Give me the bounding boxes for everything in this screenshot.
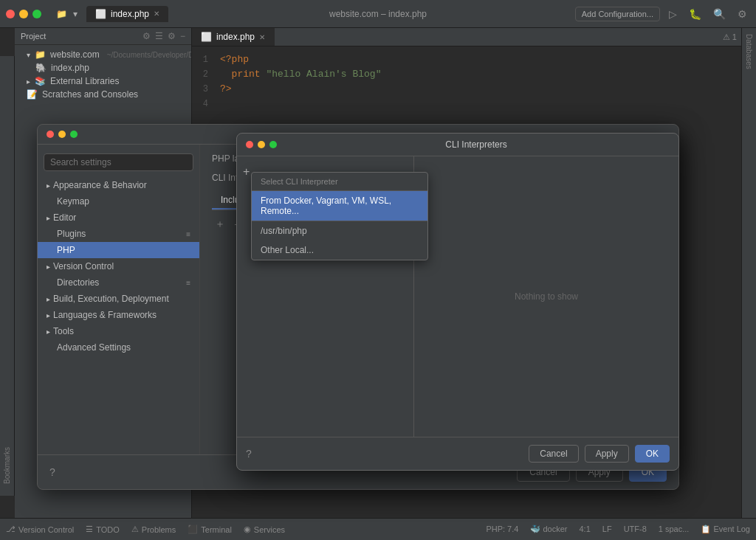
help-icon[interactable]: ? — [49, 466, 55, 478]
vc-label: Version Control — [18, 525, 74, 534]
tree-item-scratches[interactable]: 📝 Scratches and Consoles — [15, 88, 191, 101]
add-config-button[interactable]: Add Configuration... — [575, 7, 660, 21]
scratches-label: Scratches and Consoles — [42, 89, 138, 100]
cli-apply-button[interactable]: Apply — [585, 445, 629, 463]
scratches-icon: 📝 — [27, 89, 38, 100]
cli-add-button[interactable]: + — [243, 165, 250, 179]
encoding-status[interactable]: UTF-8 — [624, 525, 647, 534]
event-log-icon: 📋 — [701, 525, 711, 533]
chevron-right-icon6: ▸ — [47, 328, 50, 336]
nav-build-label: Build, Execution, Deployment — [53, 294, 169, 304]
chevron-down-icon: ▾ — [73, 9, 78, 19]
chevron-right-icon: ▸ — [27, 77, 30, 86]
maximize-button[interactable] — [32, 10, 41, 18]
file-tab-label: index.php — [111, 9, 149, 19]
editor-tab-index[interactable]: ⬜ index.php ✕ — [192, 28, 275, 46]
nav-lang-label: Languages & Frameworks — [53, 310, 157, 320]
problems-status[interactable]: ⚠ Problems — [131, 525, 176, 534]
folder-icon: 📁 — [35, 49, 46, 60]
line-ending-status[interactable]: LF — [602, 525, 612, 534]
settings-nav-plugins[interactable]: Plugins ≡ — [38, 226, 199, 242]
sync-icon[interactable]: ⚙ — [142, 31, 151, 41]
php-icon: 🐘 — [35, 63, 47, 73]
cli-min-button[interactable] — [258, 141, 265, 148]
gear-icon[interactable]: ⚙ — [168, 31, 176, 41]
settings-nav-directories[interactable]: Directories ≡ — [38, 274, 199, 291]
settings-max-button[interactable] — [70, 131, 78, 138]
problems-label: Problems — [142, 525, 176, 534]
docker-status[interactable]: 🐳 docker — [530, 525, 567, 534]
window-controls — [6, 10, 41, 18]
event-log-status[interactable]: 📋 Event Log — [701, 525, 750, 534]
warning-icon: ⚠ 1 — [723, 32, 737, 42]
editor-tabs: ⬜ index.php ✕ ⚠ 1 ⤢ — [192, 28, 756, 46]
services-status[interactable]: ◉ Services — [244, 525, 285, 534]
cli-help-icon[interactable]: ? — [246, 448, 252, 460]
usr-bin-option-label: /usr/bin/php — [261, 226, 307, 236]
settings-window-controls — [47, 131, 78, 138]
plugins-badge: ≡ — [186, 230, 190, 238]
nav-dir-label: Directories — [47, 277, 99, 288]
add-path-button[interactable]: ＋ — [212, 216, 228, 232]
cli-dialog-title: CLI Interpreters — [283, 139, 670, 150]
nav-tools-label: Tools — [53, 326, 74, 336]
settings-nav-tools[interactable]: ▸ Tools — [38, 323, 199, 339]
minus-icon[interactable]: − — [180, 31, 185, 41]
cli-footer: ? Cancel Apply OK — [237, 437, 678, 470]
cli-max-button[interactable] — [269, 141, 277, 148]
project-dropdown[interactable]: 📁 ▾ — [50, 6, 83, 22]
bookmarks-strip: Bookmarks — [0, 56, 15, 496]
tree-item-external-libs[interactable]: ▸ 📚 External Libraries — [15, 75, 191, 88]
nav-keymap-label: Keymap — [47, 196, 89, 207]
cli-dropdown-item-other-local[interactable]: Other Local... — [252, 240, 427, 260]
indent-status[interactable]: 1 spac... — [659, 525, 690, 534]
tree-item-index[interactable]: 🐘 index.php — [15, 61, 191, 75]
settings-nav-keymap[interactable]: Keymap — [38, 193, 199, 210]
vc-icon: ⎇ — [6, 525, 16, 534]
php-version-status[interactable]: PHP: 7.4 — [486, 525, 518, 534]
settings-nav-version-control[interactable]: ▸ Version Control — [38, 258, 199, 274]
position-status[interactable]: 4:1 — [580, 525, 591, 534]
nav-editor-label: Editor — [53, 212, 76, 223]
bookmarks-label[interactable]: Bookmarks — [3, 447, 11, 484]
close-button[interactable] — [6, 10, 15, 18]
settings-search-input[interactable] — [44, 153, 193, 171]
list-icon[interactable]: ☰ — [155, 31, 163, 41]
services-icon: ◉ — [244, 525, 251, 534]
cli-ok-button[interactable]: OK — [635, 445, 670, 463]
settings-footer-left: ? — [49, 466, 55, 478]
settings-min-button[interactable] — [58, 131, 66, 138]
settings-nav-php[interactable]: PHP — [38, 242, 199, 258]
settings-close-button[interactable] — [47, 131, 54, 138]
databases-label[interactable]: Databases — [745, 34, 753, 69]
run-icon[interactable]: ▷ — [666, 7, 680, 21]
terminal-status[interactable]: ⬛ Terminal — [188, 525, 232, 534]
event-log-label: Event Log — [713, 525, 750, 533]
settings-nav-build[interactable]: ▸ Build, Execution, Deployment — [38, 291, 199, 307]
settings-nav-editor[interactable]: ▸ Editor — [38, 210, 199, 226]
settings-nav-languages[interactable]: ▸ Languages & Frameworks — [38, 307, 199, 323]
cli-close-button[interactable] — [246, 141, 253, 148]
cli-cancel-button[interactable]: Cancel — [529, 445, 578, 463]
chevron-right-icon5: ▸ — [47, 311, 50, 319]
close-icon[interactable]: ✕ — [154, 10, 159, 18]
nav-plugins-label: Plugins — [47, 229, 86, 239]
root-label: website.com — [50, 49, 100, 60]
code-line-1: <?php — [220, 52, 750, 67]
minimize-button[interactable] — [19, 10, 28, 18]
cli-dropdown-item-docker[interactable]: From Docker, Vagrant, VM, WSL, Remote... — [252, 191, 427, 221]
debug-icon[interactable]: 🐛 — [686, 7, 704, 21]
root-path: ~/Documents/Developer/Docker/ww — [107, 51, 191, 59]
file-tab-active[interactable]: ⬜ index.php ✕ — [86, 6, 168, 22]
settings-icon[interactable]: ⚙ — [735, 7, 750, 21]
cli-dropdown-item-usr-bin[interactable]: /usr/bin/php — [252, 221, 427, 240]
terminal-label: Terminal — [201, 525, 232, 534]
search-icon[interactable]: 🔍 — [710, 7, 729, 21]
chevron-right-icon3: ▸ — [47, 263, 50, 271]
todo-status[interactable]: ☰ TODO — [86, 525, 120, 534]
tab-close-icon[interactable]: ✕ — [259, 33, 265, 41]
settings-nav-advanced[interactable]: Advanced Settings — [38, 339, 199, 356]
settings-nav-appearance[interactable]: ▸ Appearance & Behavior — [38, 177, 199, 193]
tree-item-root[interactable]: ▾ 📁 website.com ~/Documents/Developer/Do… — [15, 48, 191, 61]
version-control-status[interactable]: ⎇ Version Control — [6, 525, 74, 534]
